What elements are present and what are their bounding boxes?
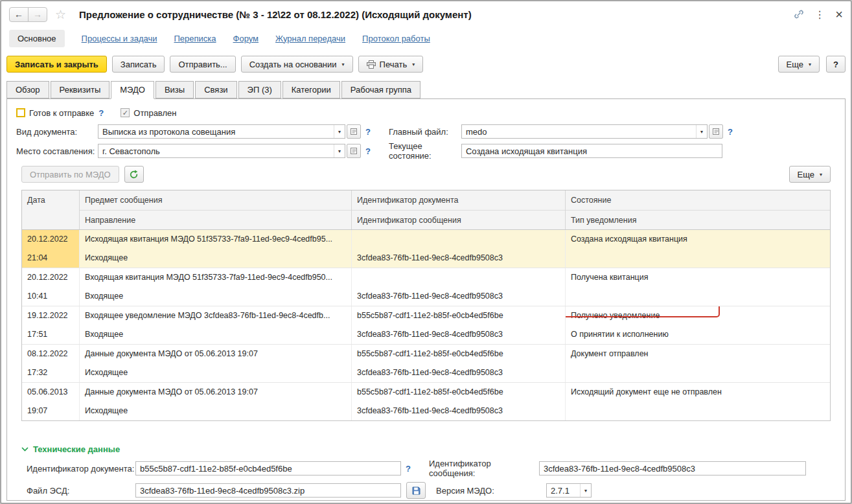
ready-to-send-help[interactable]: ? xyxy=(98,108,104,118)
nav-link-forum[interactable]: Форум xyxy=(233,34,259,43)
cell-identifiers[interactable]: b55c5b87-cdf1-11e2-b85f-e0cb4ed5f6be 3cf… xyxy=(351,306,565,344)
cell-subject[interactable]: Входящая квитанция МЭДО 51f35733-7fa9-11… xyxy=(79,268,351,306)
message-row[interactable]: 05.06.2013 19:07 Данные документа МЭДО о… xyxy=(22,383,830,420)
place-help[interactable]: ? xyxy=(365,146,371,156)
message-row[interactable]: 20.12.2022 21:04 Исходящая квитанция МЭД… xyxy=(22,230,830,268)
cell-identifiers[interactable]: 3cfdea83-76fb-11ed-9ec8-4cedfb9508c3 xyxy=(351,268,565,306)
nav-link-work-protocol[interactable]: Протокол работы xyxy=(362,34,430,43)
tab-medo[interactable]: МЭДО xyxy=(111,81,154,99)
tech-doc-id-label: Идентификатор документа: xyxy=(27,464,135,474)
tech-msg-id-input[interactable]: 3cfdea83-76fb-11ed-9ec8-4cedfb9508c3 xyxy=(539,461,806,475)
doc-type-combo[interactable]: Выписка из протокола совещания ▾ xyxy=(98,124,345,139)
chevron-down-icon: ▾ xyxy=(342,62,345,67)
esd-file-input[interactable]: 3cfdea83-76fb-11ed-9ec8-4cedfb9508c3.zip xyxy=(135,483,401,498)
cell-identifiers[interactable]: b55c5b87-cdf1-11e2-b85f-e0cb4ed5f6be 3cf… xyxy=(351,345,565,382)
cell-date-value: 05.06.2013 xyxy=(22,383,79,402)
cell-doc-id-value: b55c5b87-cdf1-11e2-b85f-e0cb4ed5f6be xyxy=(352,306,565,325)
chevron-down-icon[interactable]: ▾ xyxy=(696,125,707,138)
main-file-open-button[interactable] xyxy=(709,124,723,139)
table-more-button[interactable]: Еще ▾ xyxy=(789,166,831,183)
tab-categories[interactable]: Категории xyxy=(282,81,340,98)
doc-type-open-button[interactable] xyxy=(347,124,361,139)
nav-link-transfer-log[interactable]: Журнал передачи xyxy=(275,34,345,43)
print-button[interactable]: Печать ▾ xyxy=(358,56,424,73)
main-file-combo[interactable]: medo ▾ xyxy=(461,124,708,139)
place-combo[interactable]: г. Севастополь ▾ xyxy=(98,144,345,158)
save-file-button[interactable] xyxy=(406,482,426,499)
tab-links[interactable]: Связи xyxy=(195,81,236,98)
save-close-button[interactable]: Записать и закрыть xyxy=(6,56,107,73)
cell-state[interactable]: Исходящий документ еще не отправлен xyxy=(565,383,830,420)
cell-date[interactable]: 20.12.2022 21:04 xyxy=(22,230,79,268)
cell-date-value: 20.12.2022 xyxy=(22,268,79,287)
create-based-button[interactable]: Создать на основании ▾ xyxy=(241,56,353,73)
refresh-button[interactable] xyxy=(124,166,144,183)
medo-version-combo[interactable]: 2.7.1 ▾ xyxy=(546,483,592,498)
nav-link-correspondence[interactable]: Переписка xyxy=(174,34,216,43)
header-identifiers[interactable]: Идентификатор документа Идентификатор со… xyxy=(351,190,565,229)
save-button[interactable]: Записать xyxy=(112,56,165,73)
header-state[interactable]: Состояние Тип уведомления xyxy=(565,190,830,229)
tab-signatures[interactable]: ЭП (3) xyxy=(238,81,281,98)
more-button[interactable]: Еще ▾ xyxy=(778,56,820,73)
cell-notif-value xyxy=(566,363,830,382)
cell-subject[interactable]: Данные документа МЭДО от 05.06.2013 19:0… xyxy=(79,345,351,382)
tab-requisites[interactable]: Реквизиты xyxy=(51,81,110,98)
chevron-down-icon[interactable]: ▾ xyxy=(334,144,345,157)
send-button[interactable]: Отправить... xyxy=(170,56,235,73)
more-label: Еще xyxy=(787,60,803,69)
cell-date[interactable]: 08.12.2022 17:32 xyxy=(22,345,79,382)
tab-working-group[interactable]: Рабочая группа xyxy=(341,81,420,98)
current-state-field[interactable]: Создана исходящая квитанция xyxy=(461,144,722,158)
cell-state[interactable]: Получено уведомление О принятии к исполн… xyxy=(565,306,830,344)
cell-identifiers[interactable]: b55c5b87-cdf1-11e2-b85f-e0cb4ed5f6be 3cf… xyxy=(351,383,565,420)
chevron-down-icon[interactable]: ▾ xyxy=(334,125,345,138)
cell-direction-value: Входящее xyxy=(80,325,351,344)
print-label: Печать xyxy=(380,60,408,69)
doc-type-help[interactable]: ? xyxy=(365,127,371,137)
cell-state[interactable]: Создана исходящая квитанция xyxy=(565,230,830,268)
header-notif-type: Тип уведомления xyxy=(566,210,830,229)
nav-link-processes[interactable]: Процессы и задачи xyxy=(82,34,157,43)
cell-state[interactable]: Получена квитанция xyxy=(565,268,830,306)
tab-overview[interactable]: Обзор xyxy=(6,81,49,98)
message-row[interactable]: 08.12.2022 17:32 Данные документа МЭДО о… xyxy=(22,345,830,383)
menu-dots-icon[interactable]: ⋮ xyxy=(814,8,825,21)
field-row-place: Место составления: г. Севастополь ▾ ? Те… xyxy=(16,143,836,159)
cell-subject[interactable]: Входящее уведомление МЭДО 3cfdea83-76fb-… xyxy=(79,306,351,344)
message-row[interactable]: 19.12.2022 17:51 Входящее уведомление МЭ… xyxy=(22,306,830,345)
header-date[interactable]: Дата xyxy=(22,190,79,229)
chevron-down-icon[interactable]: ▾ xyxy=(580,484,591,497)
sent-checkbox: ✓ xyxy=(121,108,130,117)
tech-section-toggle[interactable]: Технические данные xyxy=(21,444,845,454)
favorite-star-icon[interactable]: ☆ xyxy=(55,7,66,22)
tech-doc-id-input[interactable]: b55c5b87-cdf1-11e2-b85f-e0cb4ed5f6be xyxy=(135,461,401,475)
cell-subject[interactable]: Исходящая квитанция МЭДО 51f35733-7fa9-1… xyxy=(79,230,351,268)
message-row[interactable]: 20.12.2022 10:41 Входящая квитанция МЭДО… xyxy=(22,268,830,306)
send-medo-button[interactable]: Отправить по МЭДО xyxy=(21,166,119,183)
nav-item-main[interactable]: Основное xyxy=(9,30,65,47)
cell-identifiers[interactable]: 3cfdea83-76fb-11ed-9ec8-4cedfb9508c3 xyxy=(351,230,565,268)
cell-notif-value xyxy=(566,287,830,306)
cell-subject[interactable]: Данные документа МЭДО от 05.06.2013 19:0… xyxy=(79,383,351,420)
cell-state[interactable]: Документ отправлен xyxy=(565,345,830,382)
cell-date[interactable]: 19.12.2022 17:51 xyxy=(22,306,79,344)
close-button[interactable]: × xyxy=(835,8,843,21)
link-icon[interactable] xyxy=(794,9,804,19)
table-more-label: Еще xyxy=(798,170,814,179)
cell-date[interactable]: 20.12.2022 10:41 xyxy=(22,268,79,306)
cell-subject-value: Входящее уведомление МЭДО 3cfdea83-76fb-… xyxy=(80,306,351,325)
ready-to-send-checkbox[interactable] xyxy=(16,108,25,117)
cell-state-value: Создана исходящая квитанция xyxy=(566,230,830,249)
place-value: г. Севастополь xyxy=(98,144,334,157)
back-button[interactable]: ← xyxy=(9,7,29,22)
header-subject-direction[interactable]: Предмет сообщения Направление xyxy=(79,190,351,229)
cell-msg-id-value: 3cfdea83-76fb-11ed-9ec8-4cedfb9508c3 xyxy=(352,287,565,306)
help-button[interactable]: ? xyxy=(826,56,846,73)
cell-date[interactable]: 05.06.2013 19:07 xyxy=(22,383,79,420)
forward-button[interactable]: → xyxy=(28,7,47,22)
tab-visas[interactable]: Визы xyxy=(155,81,194,98)
main-file-help[interactable]: ? xyxy=(728,127,733,137)
place-open-button[interactable] xyxy=(347,144,361,158)
tech-doc-id-help[interactable]: ? xyxy=(406,464,411,474)
